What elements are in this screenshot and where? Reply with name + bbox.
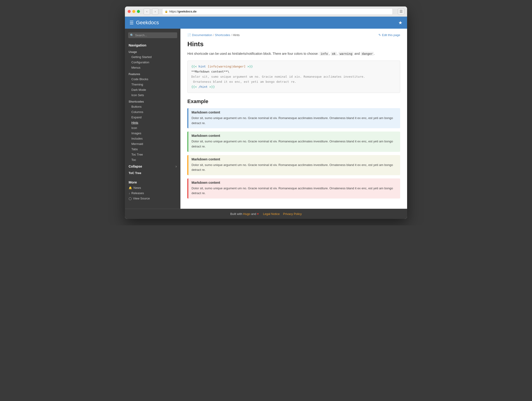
- top-navbar: ☰ Geekdocs ★: [125, 17, 407, 29]
- hint-box-ok: Markdown content Dolor sit, sumo unique …: [187, 131, 400, 152]
- code-danger: danger: [361, 52, 374, 56]
- sidebar-item-toc[interactable]: Toc: [125, 157, 180, 162]
- bell-icon: 🔔: [129, 186, 132, 190]
- breadcrumb-current: Hints: [233, 33, 240, 37]
- sidebar-item-releases[interactable]: ↓ Releases: [125, 191, 180, 196]
- sidebar-item-icon[interactable]: Icon: [125, 125, 180, 131]
- main-layout: 🔍 Navigation Usage Getting Started Confi…: [125, 29, 407, 209]
- footer-built-with: Built with: [230, 212, 243, 216]
- address-bar[interactable]: 🔒 https://geekdocs.de: [162, 8, 393, 15]
- nav-group-shortcodes: Shortcodes: [125, 98, 180, 104]
- nav-group-features: Features: [125, 70, 180, 76]
- titlebar: ‹ › 🔒 https://geekdocs.de ☰: [125, 6, 407, 17]
- sidebar-item-includes[interactable]: Includes: [125, 136, 180, 141]
- sidebar-item-mermaid[interactable]: Mermaid: [125, 141, 180, 147]
- sidebar-item-getting-started[interactable]: Getting Started: [125, 54, 180, 60]
- sidebar-item-icon-sets[interactable]: Icon Sets: [125, 93, 180, 98]
- sidebar-item-hints[interactable]: Hints: [125, 120, 180, 125]
- breadcrumb-left: 📄 Documentation / Shortcodes / Hints: [187, 33, 240, 37]
- footer: Built with Hugo and ♥ Legal Notice Priva…: [125, 209, 407, 219]
- site-title: Geekdocs: [136, 20, 159, 26]
- code-block: {{< hint [info|warning|danger] >}} **Mar…: [187, 61, 400, 93]
- sidebar-item-images[interactable]: Images: [125, 131, 180, 136]
- sidebar-item-configuration[interactable]: Configuration: [125, 60, 180, 65]
- main-content: 📄 Documentation / Shortcodes / Hints ✎ E…: [180, 29, 407, 209]
- browser-window: ‹ › 🔒 https://geekdocs.de ☰ ☰ Geekdocs ★…: [125, 6, 407, 219]
- download-icon: ↓: [129, 191, 130, 195]
- code-line-2: **Markdown content**\: [191, 69, 396, 74]
- content-wrapper: 📄 Documentation / Shortcodes / Hints ✎ E…: [180, 29, 407, 209]
- breadcrumb-sep1: /: [213, 33, 214, 37]
- footer-hugo-link[interactable]: Hugo: [243, 212, 250, 216]
- footer-divider: [281, 212, 282, 216]
- code-info: info: [319, 52, 329, 56]
- url-text: https://geekdocs.de: [169, 10, 196, 13]
- forward-button[interactable]: ›: [152, 8, 158, 15]
- footer-privacy-policy-link[interactable]: Privacy Policy: [283, 212, 302, 216]
- nav-group-usage: Usage: [125, 48, 180, 54]
- more-item-releases-label: Releases: [131, 191, 144, 195]
- sidebar-item-news[interactable]: 🔔 News: [125, 185, 180, 191]
- edit-page-link[interactable]: ✎ Edit this page: [378, 33, 400, 37]
- page-title: Hints: [187, 40, 400, 48]
- code-ok: ok: [331, 52, 337, 56]
- hint-box-info: Markdown content Dolor sit, sumo unique …: [187, 108, 400, 128]
- back-button[interactable]: ‹: [144, 8, 150, 15]
- search-input[interactable]: [135, 33, 175, 37]
- collapse-icon[interactable]: ›: [176, 164, 177, 168]
- hint-warning-body: Dolor sit, sumo unique argument um no. G…: [188, 162, 400, 175]
- hint-info-header: Markdown content: [188, 108, 400, 115]
- more-item-news-label: News: [133, 186, 141, 190]
- breadcrumb-shortcodes-link[interactable]: Shortcodes: [215, 33, 230, 37]
- hint-ok-body: Dolor sit, sumo unique argument um no. G…: [188, 138, 400, 152]
- more-label: More: [125, 179, 180, 185]
- nav-title: Navigation: [125, 41, 180, 48]
- sidebar-item-view-source[interactable]: ◯ View Source: [125, 196, 180, 201]
- close-button[interactable]: [128, 10, 131, 13]
- more-item-view-source-label: View Source: [133, 197, 150, 200]
- sidebar-item-menus[interactable]: Menus: [125, 65, 180, 70]
- sidebar-item-code-blocks[interactable]: Code Blocks: [125, 76, 180, 82]
- breadcrumb-documentation-link[interactable]: Documentation: [192, 33, 212, 37]
- code-line-4: Ornateness bland it ex enc, est yeti am …: [191, 79, 396, 84]
- search-icon: 🔍: [130, 33, 134, 37]
- sidebar-item-expand[interactable]: Expand: [125, 115, 180, 120]
- topnav-right: ★: [398, 20, 402, 25]
- browser-menu-button[interactable]: ☰: [398, 8, 404, 15]
- hint-danger-body: Dolor sit, sumo unique argument um no. G…: [188, 185, 400, 198]
- breadcrumb: 📄 Documentation / Shortcodes / Hints ✎ E…: [187, 33, 400, 37]
- sidebar-item-toc-tree[interactable]: Toc Tree: [125, 152, 180, 157]
- hint-danger-header: Markdown content: [188, 179, 400, 185]
- footer-and: and: [251, 212, 257, 216]
- code-warning: warning: [338, 52, 354, 56]
- hint-box-danger: Markdown content Dolor sit, sumo unique …: [187, 179, 400, 198]
- edit-icon: ✎: [378, 33, 381, 37]
- sidebar-item-tabs[interactable]: Tabs: [125, 147, 180, 152]
- search-box[interactable]: 🔍: [128, 32, 177, 38]
- example-heading: Example: [187, 99, 400, 105]
- hint-warning-header: Markdown content: [188, 155, 400, 162]
- code-line-3: Dolor sit, sumo unique argument um no. G…: [191, 74, 396, 79]
- sidebar-item-dark-mode[interactable]: Dark Mode: [125, 87, 180, 93]
- more-section: More 🔔 News ↓ Releases ◯ View Source: [125, 179, 180, 201]
- lock-icon: 🔒: [165, 10, 168, 13]
- sidebar-item-theming[interactable]: Theming: [125, 82, 180, 87]
- sidebar-item-columns[interactable]: Columns: [125, 109, 180, 115]
- sidebar-item-buttons[interactable]: Buttons: [125, 104, 180, 109]
- code-line-5: {{< /hint >}}: [191, 84, 396, 89]
- footer-heart: ♥: [257, 212, 259, 216]
- sidebar: 🔍 Navigation Usage Getting Started Confi…: [125, 29, 180, 209]
- breadcrumb-sep2: /: [231, 33, 232, 37]
- settings-icon[interactable]: ★: [398, 20, 402, 25]
- url-protocol: https://: [169, 10, 178, 13]
- hint-ok-header: Markdown content: [188, 131, 400, 138]
- fullscreen-button[interactable]: [137, 10, 140, 13]
- hint-box-warning: Markdown content Dolor sit, sumo unique …: [187, 155, 400, 175]
- footer-legal-notice-link[interactable]: Legal Notice: [263, 212, 280, 216]
- hint-info-body: Dolor sit, sumo unique argument um no. G…: [188, 115, 400, 128]
- sidebar-item-toc-tree-bold[interactable]: ToC Tree: [125, 170, 180, 176]
- hamburger-icon[interactable]: ☰: [130, 20, 134, 25]
- breadcrumb-doc-icon: 📄: [187, 33, 191, 37]
- code-line-1: {{< hint [info|warning|danger] >}}: [191, 64, 396, 69]
- minimize-button[interactable]: [132, 10, 135, 13]
